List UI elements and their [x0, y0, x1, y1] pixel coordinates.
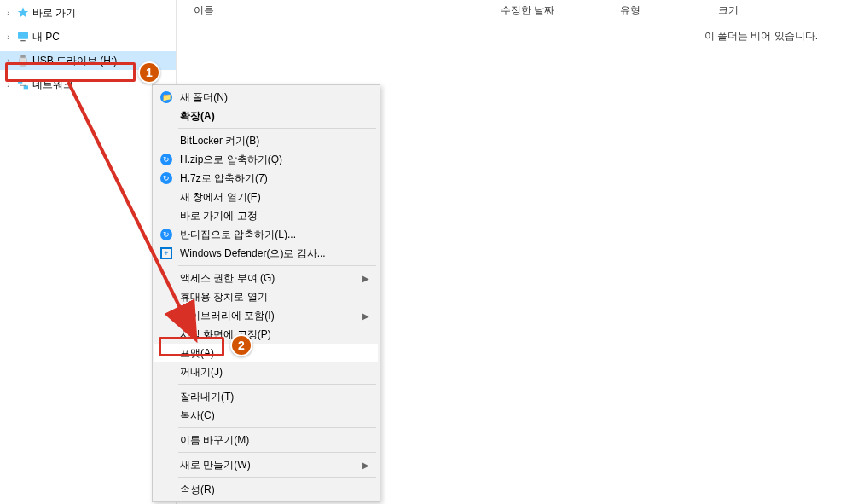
ctx-portable[interactable]: 휴대용 장치로 열기 [154, 287, 378, 306]
ctx-label: 반디집으로 압축하기(L)... [180, 228, 296, 242]
annotation-box-1 [5, 62, 136, 82]
ctx-new-folder[interactable]: 📁 새 폴더(N) [154, 88, 378, 107]
ctx-rename[interactable]: 이름 바꾸기(M) [154, 431, 378, 449]
ctx-label: 새로 만들기(W) [180, 458, 251, 472]
svg-rect-1 [20, 40, 25, 41]
ctx-zip[interactable]: ↻ H.zip으로 압축하기(Q) [154, 150, 378, 169]
ctx-label: 꺼내기(J) [180, 365, 223, 379]
sidebar-item-label: 내 PC [32, 30, 60, 44]
ctx-label: H.zip으로 압축하기(Q) [180, 153, 282, 167]
ctx-new[interactable]: 새로 만들기(W) ▶ [154, 455, 378, 474]
ctx-cut[interactable]: 잘라내기(T) [154, 387, 378, 406]
ctx-bitlocker[interactable]: BitLocker 켜기(B) [154, 131, 378, 150]
ctx-pin-quick[interactable]: 바로 가기에 고정 [154, 206, 378, 225]
ctx-7z[interactable]: ↻ H.7z로 압축하기(7) [154, 169, 378, 188]
ctx-new-window[interactable]: 새 창에서 열기(E) [154, 188, 378, 206]
ctx-label: Windows Defender(으)로 검사... [180, 246, 326, 261]
column-header-name[interactable]: 이름 [187, 0, 494, 20]
defender-icon: + [159, 246, 173, 260]
ctx-label: 바로 가기에 고정 [180, 209, 258, 223]
ctx-expand[interactable]: 확장(A) [154, 107, 378, 125]
chevron-right-icon: › [3, 32, 14, 42]
separator [178, 128, 376, 129]
chevron-right-icon: ▶ [362, 274, 369, 283]
pc-icon [15, 30, 31, 43]
annotation-badge-1: 1 [138, 61, 160, 84]
ctx-bandizip[interactable]: ↻ 반디집으로 압축하기(L)... [154, 225, 378, 244]
separator [178, 477, 376, 478]
ctx-access[interactable]: 액세스 권한 부여 (G) ▶ [154, 269, 378, 287]
ctx-label: 복사(C) [180, 408, 215, 423]
separator [178, 427, 376, 428]
context-menu: 📁 새 폴더(N) 확장(A) BitLocker 켜기(B) ↻ H.zip으… [152, 84, 380, 502]
svg-rect-2 [20, 55, 25, 58]
column-header-date[interactable]: 수정한 날짜 [494, 0, 613, 20]
separator [178, 452, 376, 453]
annotation-badge-2: 2 [230, 334, 252, 356]
chevron-right-icon: › [3, 9, 14, 18]
ctx-label: 액세스 권한 부여 (G) [180, 271, 275, 286]
ctx-label: 확장(A) [180, 109, 215, 124]
sidebar-item-quick-access[interactable]: › 바로 가기 [0, 3, 176, 22]
folder-icon: 📁 [159, 90, 173, 104]
annotation-box-2 [159, 337, 224, 356]
column-header-type[interactable]: 유형 [613, 0, 711, 20]
ctx-properties[interactable]: 속성(R) [154, 480, 378, 499]
chevron-right-icon: ▶ [362, 311, 369, 321]
sidebar-item-this-pc[interactable]: › 내 PC [0, 27, 176, 46]
ctx-label: H.7z로 압축하기(7) [180, 171, 268, 186]
column-header-size[interactable]: 크기 [711, 0, 797, 20]
star-icon [15, 6, 31, 20]
ctx-library[interactable]: 라이브러리에 포함(I) ▶ [154, 306, 378, 325]
ctx-copy[interactable]: 복사(C) [154, 406, 378, 425]
bandizip-icon: ↻ [159, 171, 173, 185]
ctx-label: 이름 바꾸기(M) [180, 433, 249, 448]
svg-rect-0 [18, 32, 28, 39]
ctx-label: 새 창에서 열기(E) [180, 190, 261, 205]
empty-folder-message: 이 폴더는 비어 있습니다. [177, 20, 852, 52]
ctx-label: 잘라내기(T) [180, 390, 234, 404]
ctx-eject[interactable]: 꺼내기(J) [154, 362, 378, 381]
bandizip-icon: ↻ [159, 153, 173, 166]
svg-rect-5 [24, 85, 28, 89]
ctx-label: 새 폴더(N) [180, 90, 228, 105]
bandizip-icon: ↻ [159, 228, 173, 241]
column-headers: 이름 수정한 날짜 유형 크기 [177, 0, 852, 20]
separator [178, 384, 376, 385]
ctx-label: 라이브러리에 포함(I) [180, 309, 275, 323]
sidebar-item-label: 바로 가기 [32, 6, 76, 20]
ctx-label: 속성(R) [180, 483, 215, 497]
chevron-right-icon: ▶ [362, 461, 369, 470]
ctx-label: 휴대용 장치로 열기 [180, 290, 268, 304]
ctx-label: BitLocker 켜기(B) [180, 134, 259, 148]
separator [178, 265, 376, 266]
ctx-defender[interactable]: + Windows Defender(으)로 검사... [154, 244, 378, 263]
